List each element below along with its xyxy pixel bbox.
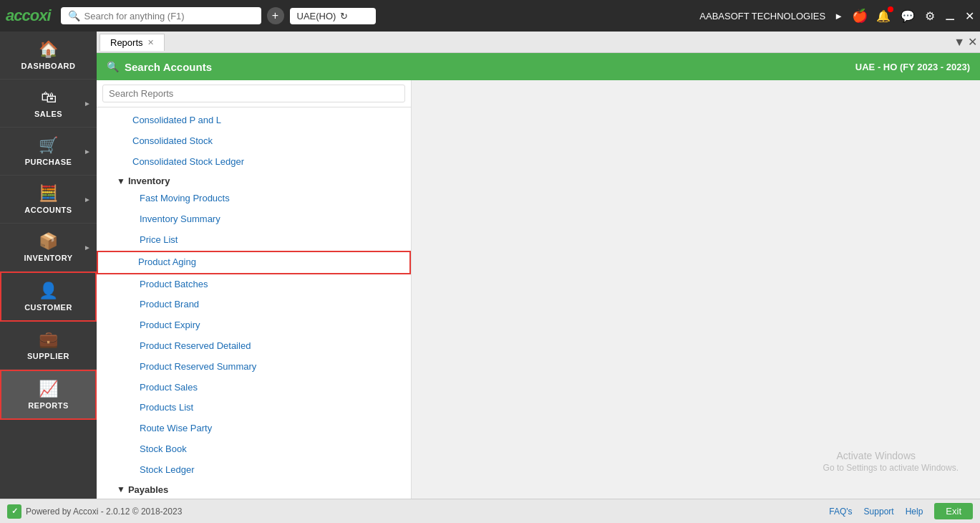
customer-icon: 👤 xyxy=(39,282,58,300)
main-layout: 🏠 DASHBOARD 🛍 SALES ► 🛒 PURCHASE ► 🧮 ACC… xyxy=(0,32,980,499)
left-panel: Consolidated P and L Consolidated Stock … xyxy=(97,80,412,499)
add-button[interactable]: + xyxy=(267,7,284,24)
tree-item-product-expiry[interactable]: Product Expiry xyxy=(97,315,411,336)
sidebar-label-sales: SALES xyxy=(34,110,62,118)
right-panel xyxy=(412,80,980,499)
report-tree: Consolidated P and L Consolidated Stock … xyxy=(97,107,411,499)
app-logo: accoxi xyxy=(6,6,51,25)
activate-sub: Go to Settings to activate Windows. xyxy=(823,463,959,473)
tree-section-inventory-label: Inventory xyxy=(128,176,170,186)
sidebar-item-supplier[interactable]: 💼 SUPPLIER xyxy=(0,322,97,370)
search-reports-bar xyxy=(97,80,411,107)
tree-item-consolidated-stock-ledger[interactable]: Consolidated Stock Ledger xyxy=(97,152,411,173)
tree-item-fast-moving[interactable]: Fast Moving Products xyxy=(97,188,411,209)
tree-item-consolidated-stock[interactable]: Consolidated Stock xyxy=(97,131,411,152)
sidebar-label-reports: REPORTS xyxy=(28,401,69,410)
tab-close-all-button[interactable]: ✕ xyxy=(968,35,977,49)
dashboard-icon: 🏠 xyxy=(39,40,58,59)
tree-item-product-aging[interactable]: Product Aging xyxy=(97,251,411,274)
search-input[interactable] xyxy=(84,11,242,21)
tree-item-product-reserved-detailed[interactable]: Product Reserved Detailed xyxy=(97,336,411,357)
inventory-icon: 📦 xyxy=(39,232,58,251)
tree-item-product-reserved-summary[interactable]: Product Reserved Summary xyxy=(97,357,411,378)
search-icon: 🔍 xyxy=(68,10,80,21)
green-header-title: Search Accounts xyxy=(125,61,212,73)
chevron-right-icon: ► xyxy=(834,11,843,21)
refresh-icon: ↻ xyxy=(340,11,348,21)
settings-icon[interactable]: ⚙ xyxy=(925,9,935,23)
branch-name: UAE(HO) xyxy=(297,11,336,21)
topbar-icons: 🔔 💬 ⚙ ⚊ ✕ xyxy=(876,9,974,23)
bottom-right: FAQ's Support Help Exit xyxy=(829,503,973,519)
search-accounts-icon: 🔍 xyxy=(107,61,119,72)
sidebar-label-supplier: SUPPLIER xyxy=(27,352,69,360)
supplier-icon: 💼 xyxy=(39,330,58,349)
sidebar-item-inventory[interactable]: 📦 INVENTORY ► xyxy=(0,224,97,272)
accounts-icon: 🧮 xyxy=(39,184,58,203)
sidebar: 🏠 DASHBOARD 🛍 SALES ► 🛒 PURCHASE ► 🧮 ACC… xyxy=(0,32,97,499)
tree-item-aging-details[interactable]: Aging Details xyxy=(97,497,411,499)
tab-reports[interactable]: Reports ✕ xyxy=(100,34,165,51)
tab-reports-label: Reports xyxy=(110,37,143,48)
sidebar-label-dashboard: DASHBOARD xyxy=(21,62,76,70)
tab-bar: Reports ✕ ▼ ✕ xyxy=(97,32,980,53)
faq-link[interactable]: FAQ's xyxy=(829,507,852,517)
tree-item-consolidated-pl[interactable]: Consolidated P and L xyxy=(97,110,411,131)
tree-section-payables-label: Payables xyxy=(128,484,168,495)
tree-item-product-sales[interactable]: Product Sales xyxy=(97,378,411,398)
sidebar-label-customer: CUSTOMER xyxy=(24,303,72,312)
tree-item-product-batches[interactable]: Product Batches xyxy=(97,274,411,295)
powered-by: ✓ Powered by Accoxi - 2.0.12 © 2018-2023 xyxy=(7,504,182,519)
bottom-bar: ✓ Powered by Accoxi - 2.0.12 © 2018-2023… xyxy=(0,499,980,523)
sidebar-item-reports[interactable]: 📈 REPORTS xyxy=(0,370,97,420)
sidebar-item-sales[interactable]: 🛍 SALES ► xyxy=(0,80,97,128)
reports-icon: 📈 xyxy=(39,380,58,398)
global-search[interactable]: 🔍 xyxy=(61,7,261,24)
sidebar-label-accounts: ACCOUNTS xyxy=(24,206,72,214)
inventory-arrow-icon: ► xyxy=(84,244,91,251)
sales-icon: 🛍 xyxy=(41,88,57,107)
sidebar-label-inventory: INVENTORY xyxy=(24,254,72,262)
tree-section-payables[interactable]: ▼ Payables xyxy=(97,481,411,497)
tree-item-stock-ledger[interactable]: Stock Ledger xyxy=(97,460,411,481)
sidebar-label-purchase: PURCHASE xyxy=(25,158,72,166)
sidebar-item-customer[interactable]: 👤 CUSTOMER xyxy=(0,272,97,322)
tree-item-inventory-summary[interactable]: Inventory Summary xyxy=(97,209,411,230)
chat-icon[interactable]: 💬 xyxy=(901,9,915,23)
minimize-icon[interactable]: ⚊ xyxy=(945,9,955,23)
exit-button[interactable]: Exit xyxy=(934,503,973,519)
tree-item-price-list[interactable]: Price List xyxy=(97,230,411,251)
topbar-right: AABASOFT TECHNOLOGIES ► 🍎 🔔 💬 ⚙ ⚊ ✕ xyxy=(699,8,974,24)
tree-section-inventory[interactable]: ▼ Inventory xyxy=(97,172,411,188)
tab-bar-controls: ▼ ✕ xyxy=(954,35,977,49)
sidebar-item-accounts[interactable]: 🧮 ACCOUNTS ► xyxy=(0,176,97,224)
topbar: accoxi 🔍 + UAE(HO) ↻ AABASOFT TECHNOLOGI… xyxy=(0,0,980,32)
green-header: 🔍 Search Accounts UAE - HO (FY 2023 - 20… xyxy=(97,53,980,80)
sidebar-item-purchase[interactable]: 🛒 PURCHASE ► xyxy=(0,128,97,176)
sales-arrow-icon: ► xyxy=(84,100,91,107)
tree-item-products-list[interactable]: Products List xyxy=(97,398,411,418)
payables-collapse-icon: ▼ xyxy=(117,484,125,494)
purchase-icon: 🛒 xyxy=(39,136,58,155)
close-icon[interactable]: ✕ xyxy=(965,9,974,23)
tree-item-product-brand[interactable]: Product Brand xyxy=(97,294,411,315)
reports-panel: Consolidated P and L Consolidated Stock … xyxy=(97,80,980,499)
tree-item-stock-book[interactable]: Stock Book xyxy=(97,439,411,460)
purchase-arrow-icon: ► xyxy=(84,148,91,155)
bell-icon[interactable]: 🔔 xyxy=(876,9,891,23)
tab-dropdown-button[interactable]: ▼ xyxy=(954,36,965,49)
search-reports-input[interactable] xyxy=(102,85,405,102)
powered-by-text: Powered by Accoxi - 2.0.12 © 2018-2023 xyxy=(26,507,182,517)
company-name: AABASOFT TECHNOLOGIES xyxy=(699,11,825,21)
inventory-collapse-icon: ▼ xyxy=(117,176,125,186)
activate-watermark: Activate Windows xyxy=(837,450,916,461)
support-link[interactable]: Support xyxy=(864,507,894,517)
user-avatar-icon: 🍎 xyxy=(852,8,868,24)
tab-close-icon[interactable]: ✕ xyxy=(147,38,154,47)
branch-selector[interactable]: UAE(HO) ↻ xyxy=(290,8,376,24)
powered-icon: ✓ xyxy=(7,504,21,519)
tree-item-route-wise-party[interactable]: Route Wise Party xyxy=(97,418,411,439)
help-link[interactable]: Help xyxy=(906,507,923,517)
green-header-subtitle: UAE - HO (FY 2023 - 2023) xyxy=(855,62,970,72)
sidebar-item-dashboard[interactable]: 🏠 DASHBOARD xyxy=(0,32,97,80)
